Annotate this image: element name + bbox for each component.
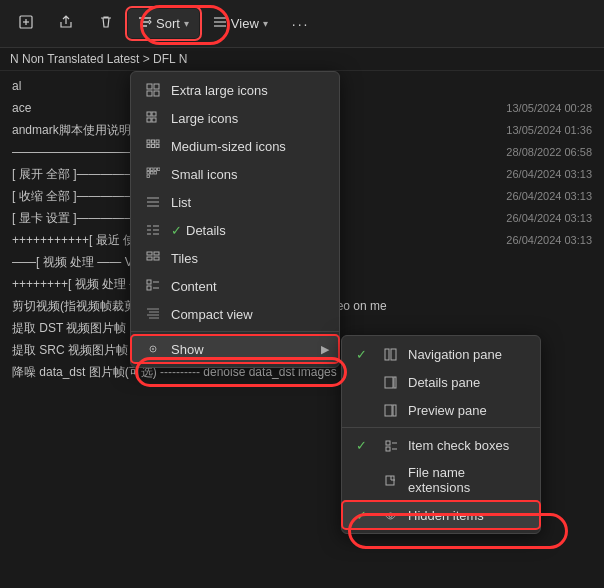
trash-icon [98,14,114,33]
svg-rect-18 [152,145,155,148]
new-button[interactable] [8,8,44,39]
svg-rect-57 [386,441,390,445]
svg-rect-24 [147,172,150,175]
tiles-label: Tiles [171,251,198,266]
content-label: Content [171,279,217,294]
view-label: View [231,16,259,31]
svg-point-62 [389,514,392,517]
svg-rect-52 [391,349,396,360]
extra-large-icons-label: Extra large icons [171,83,268,98]
svg-rect-25 [151,172,154,175]
hidden-items-icon [382,507,398,523]
submenu-item-hidden-items[interactable]: ✓ Hidden items [342,501,540,529]
menu-item-extra-large-icons[interactable]: Extra large icons [131,76,339,104]
svg-rect-13 [152,118,156,122]
view-button[interactable]: View ▾ [203,9,278,38]
list-icon [145,194,161,210]
svg-rect-12 [147,118,151,122]
large-icons-label: Large icons [171,111,238,126]
hidden-items-check-icon: ✓ [356,508,372,523]
submenu-item-preview-pane[interactable]: ✓ Preview pane [342,396,540,424]
sort-dropdown: Extra large icons Large icons [130,71,340,368]
share-button[interactable] [48,8,84,39]
medium-icons-icon [145,138,161,154]
menu-item-medium-icons[interactable]: Medium-sized icons [131,132,339,160]
svg-rect-40 [154,257,159,260]
content-area: al ace13/05/2024 00:28 andmark脚本使用说明13/0… [0,71,604,587]
large-icons-icon [145,110,161,126]
tiles-icon [145,250,161,266]
navigation-pane-icon [382,346,398,362]
details-pane-icon [382,374,398,390]
svg-rect-23 [158,168,161,171]
preview-pane-label: Preview pane [408,403,487,418]
svg-rect-16 [156,140,159,143]
small-icons-icon [145,166,161,182]
menu-item-tiles[interactable]: Tiles [131,244,339,272]
svg-rect-39 [147,257,152,260]
small-icons-label: Small icons [171,167,237,182]
toolbar: Sort ▾ View ▾ ··· [0,0,604,48]
svg-rect-7 [154,84,159,89]
show-arrow-icon: ▶ [321,343,329,356]
breadcrumb-text: N Non Translated Latest > DFL N [10,52,187,66]
svg-rect-53 [385,377,393,388]
compact-view-icon [145,306,161,322]
submenu-item-file-extensions[interactable]: ✓ File name extensions [342,459,540,501]
svg-rect-14 [147,140,150,143]
svg-rect-15 [152,140,155,143]
breadcrumb: N Non Translated Latest > DFL N [0,48,604,71]
svg-rect-55 [385,405,392,416]
menu-item-compact-view[interactable]: Compact view [131,300,339,328]
svg-rect-37 [147,252,152,255]
submenu-item-details-pane[interactable]: ✓ Details pane [342,368,540,396]
item-check-boxes-check-icon: ✓ [356,438,372,453]
svg-rect-43 [147,286,151,290]
menu-item-small-icons[interactable]: Small icons [131,160,339,188]
sort-icon [138,15,152,32]
file-extensions-label: File name extensions [408,465,526,495]
delete-button[interactable] [88,8,124,39]
svg-rect-22 [154,168,157,171]
extra-large-icons-icon [145,82,161,98]
more-button[interactable]: ··· [282,10,320,38]
svg-rect-51 [385,349,389,360]
item-check-boxes-icon [382,437,398,453]
svg-rect-26 [154,172,157,175]
sort-chevron-icon: ▾ [184,18,189,29]
sort-button[interactable]: Sort ▾ [128,9,199,38]
svg-rect-41 [147,280,151,284]
svg-point-50 [152,348,154,350]
navigation-pane-check-icon: ✓ [356,347,372,362]
svg-rect-8 [147,91,152,96]
submenu-separator [342,427,540,428]
menu-separator [131,331,339,332]
preview-pane-icon [382,402,398,418]
menu-item-content[interactable]: Content [131,272,339,300]
submenu-item-navigation-pane[interactable]: ✓ Navigation pane [342,340,540,368]
menu-item-show[interactable]: Show ▶ ✓ Navigation pane ✓ [131,335,339,363]
svg-rect-58 [386,447,390,451]
new-icon [18,14,34,33]
compact-view-label: Compact view [171,307,253,322]
svg-rect-54 [394,377,396,388]
list-label: List [171,195,191,210]
navigation-pane-label: Navigation pane [408,347,502,362]
details-icon [145,222,161,238]
svg-rect-6 [147,84,152,89]
menu-item-details[interactable]: ✓Details [131,216,339,244]
file-extensions-icon [382,472,398,488]
svg-rect-17 [147,145,150,148]
svg-rect-27 [147,175,150,178]
menu-item-large-icons[interactable]: Large icons [131,104,339,132]
medium-icons-label: Medium-sized icons [171,139,286,154]
view-icon [213,15,227,32]
hidden-items-label: Hidden items [408,508,484,523]
submenu-item-item-check-boxes[interactable]: ✓ Item check boxes [342,431,540,459]
svg-rect-9 [154,91,159,96]
menu-item-list[interactable]: List [131,188,339,216]
view-chevron-icon: ▾ [263,18,268,29]
svg-rect-19 [156,145,159,148]
svg-rect-38 [154,252,159,255]
details-label: ✓Details [171,223,226,238]
